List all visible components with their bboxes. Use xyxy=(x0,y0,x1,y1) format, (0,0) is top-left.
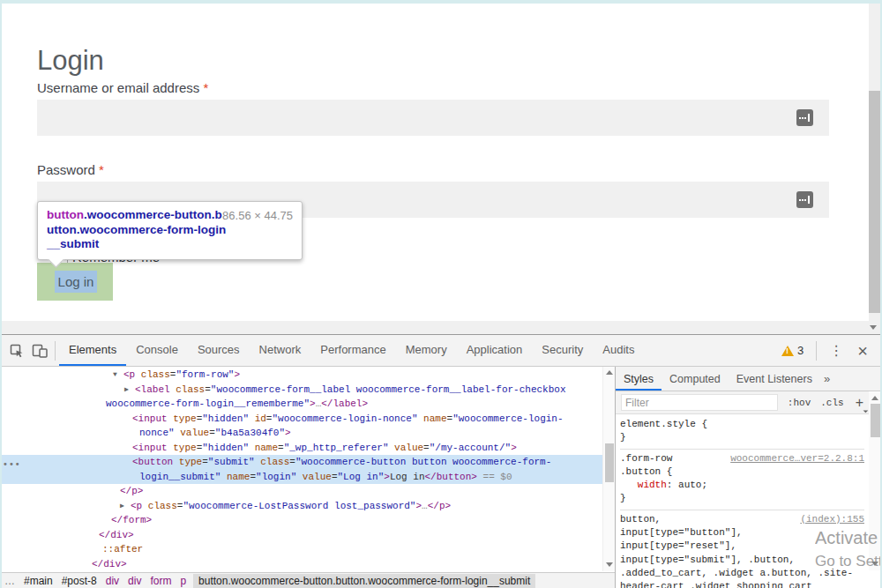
toolbar-divider xyxy=(55,341,56,361)
devtools-tab-audits[interactable]: Audits xyxy=(593,335,644,366)
dom-node-line[interactable]: </div> xyxy=(0,557,602,572)
devtools-tab-application[interactable]: Application xyxy=(457,335,533,366)
dom-node-line[interactable]: woocommerce-form-login__rememberme">…</l… xyxy=(0,397,602,412)
css-rule: element.style {} xyxy=(620,415,864,450)
css-rule-line[interactable]: .button { xyxy=(620,465,864,479)
breadcrumb-item[interactable]: div xyxy=(106,575,119,587)
breadcrumb-selected-node[interactable]: button.woocommerce-button.button.woocomm… xyxy=(193,574,535,588)
toggle-class-button[interactable]: .cls xyxy=(820,398,843,408)
page-title: Login xyxy=(37,45,104,77)
browser-window: Login Username or email address * Passwo… xyxy=(0,0,882,588)
css-rule-line[interactable]: element.style { xyxy=(620,418,864,431)
dom-node-line[interactable]: ::after xyxy=(0,542,602,557)
scroll-down-arrow-icon[interactable] xyxy=(870,325,877,330)
dom-node-line[interactable]: nonce" value="b4a5a304f0"> xyxy=(0,426,602,441)
breadcrumb-item[interactable]: #main xyxy=(24,575,53,587)
css-rule-line[interactable]: header-cart .widget_shopping_cart xyxy=(620,580,864,588)
css-rule-line[interactable]: input[type="reset"], xyxy=(620,540,864,553)
devtools-tab-elements[interactable]: Elements xyxy=(59,335,126,366)
required-asterisk: * xyxy=(99,162,104,177)
sidebar-tab-event-listeners[interactable]: Event Listeners xyxy=(729,368,820,391)
login-button[interactable]: Log in xyxy=(37,263,113,301)
username-label: Username or email address * xyxy=(37,80,208,95)
css-rule-line[interactable]: (index):155button, xyxy=(620,513,864,526)
selected-dom-node-line[interactable]: <button type="submit" class="woocommerce… xyxy=(0,455,602,470)
devtools-tab-performance[interactable]: Performance xyxy=(310,335,395,366)
css-rule-line[interactable]: width: auto; xyxy=(620,479,864,492)
css-rule: woocommerce…ver=2.2.8:1.form-row.button … xyxy=(620,450,864,510)
dom-node-line[interactable]: </p> xyxy=(0,484,602,499)
css-rule-line[interactable]: woocommerce…ver=2.2.8:1.form-row xyxy=(620,452,864,465)
css-rule-line[interactable]: } xyxy=(620,492,864,505)
inspect-element-icon[interactable] xyxy=(5,339,28,362)
scrollbar-thumb[interactable] xyxy=(605,443,614,482)
css-rule-line[interactable]: input[type="button"], xyxy=(620,526,864,540)
selected-dom-node-line[interactable]: login__submit" name="login" value="Log i… xyxy=(0,470,602,485)
styles-rules-list: element.style {}woocommerce…ver=2.2.8:1.… xyxy=(616,414,869,588)
scrollbar-thumb[interactable] xyxy=(869,91,880,313)
scroll-down-arrow-icon[interactable] xyxy=(606,562,613,567)
devtools-panel: ElementsConsoleSourcesNetworkPerformance… xyxy=(0,334,882,588)
devtools-tab-network[interactable]: Network xyxy=(250,335,311,366)
css-rule: (index):155button,input[type="button"],i… xyxy=(620,510,864,588)
tooltip-selector-line: __submit xyxy=(47,237,293,252)
console-warnings-button[interactable]: 3 xyxy=(781,344,804,357)
dom-node-line[interactable]: </form> xyxy=(0,513,602,528)
toggle-hover-state-button[interactable]: :hov xyxy=(788,398,811,408)
styles-filter-bar: :hov .cls + xyxy=(616,391,869,414)
scrollbar-thumb[interactable] xyxy=(871,404,880,437)
close-devtools-icon[interactable]: × xyxy=(852,342,873,360)
breadcrumb-item[interactable]: … xyxy=(4,575,15,587)
page-scrollbar-corner xyxy=(0,321,882,334)
devtools-tab-sources[interactable]: Sources xyxy=(188,335,250,366)
dom-node-line[interactable]: ▶<p class="woocommerce-LostPassword lost… xyxy=(0,499,602,514)
devtools-tab-console[interactable]: Console xyxy=(126,335,188,366)
ime-input-icon[interactable] xyxy=(796,109,813,126)
ime-input-icon[interactable] xyxy=(796,191,813,208)
css-rule-line[interactable]: input[type="submit"], .button, xyxy=(620,554,864,567)
kebab-menu-icon[interactable]: ⋮ xyxy=(820,342,852,359)
line-options-icon[interactable]: ••• xyxy=(3,459,21,469)
warning-icon xyxy=(781,346,794,356)
new-style-rule-button[interactable]: + xyxy=(856,397,863,409)
devtools-tabs: ElementsConsoleSourcesNetworkPerformance… xyxy=(59,335,644,366)
stylesheet-source-link[interactable]: (index):155 xyxy=(800,513,864,526)
dom-node-line[interactable]: <input type="hidden" name="_wp_http_refe… xyxy=(0,441,602,456)
more-tabs-icon[interactable]: » xyxy=(824,372,830,385)
dom-node-line[interactable]: </div> xyxy=(0,528,602,543)
devtools-tab-memory[interactable]: Memory xyxy=(396,335,457,366)
password-label: Password * xyxy=(37,162,104,177)
css-rule-line[interactable]: } xyxy=(620,431,864,444)
warning-count: 3 xyxy=(797,344,804,357)
window-edge xyxy=(0,0,882,4)
username-input[interactable] xyxy=(37,100,829,136)
dom-node-line[interactable]: ▶<label class="woocommerce-form__label w… xyxy=(0,383,602,398)
sidebar-tab-styles[interactable]: Styles xyxy=(616,368,662,391)
page-vertical-scrollbar[interactable] xyxy=(869,4,880,321)
window-edge xyxy=(0,0,2,588)
stylesheet-source-link[interactable]: woocommerce…ver=2.2.8:1 xyxy=(730,452,864,465)
webpage-region: Login Username or email address * Passwo… xyxy=(0,0,882,334)
breadcrumb-item[interactable]: form xyxy=(150,575,171,587)
breadcrumb-item[interactable]: div xyxy=(128,575,141,587)
scroll-up-arrow-icon[interactable] xyxy=(606,370,613,375)
login-button-content-highlight: Log in xyxy=(55,271,97,293)
dom-node-line[interactable]: <input type="hidden" id="woocommerce-log… xyxy=(0,412,602,427)
styles-filter-input[interactable] xyxy=(621,394,778,411)
devtools-tab-security[interactable]: Security xyxy=(532,335,593,366)
device-toolbar-icon[interactable] xyxy=(28,339,51,362)
scroll-down-arrow-icon[interactable] xyxy=(871,562,878,566)
breadcrumb-item[interactable]: #post-8 xyxy=(62,575,97,587)
toolbar-divider xyxy=(816,341,817,361)
scroll-up-arrow-icon[interactable] xyxy=(871,396,878,400)
inspect-tooltip: button.woocommerce-button.b utton.woocom… xyxy=(37,201,303,260)
sidebar-tab-computed[interactable]: Computed xyxy=(662,368,729,391)
css-rule-line[interactable]: .added_to_cart, .widget a.button, .site- xyxy=(620,567,864,580)
required-asterisk: * xyxy=(203,80,208,95)
styles-sidebar: StylesComputedEvent Listeners» :hov .cls… xyxy=(616,367,882,588)
dom-node-line[interactable]: ▼<p class="form-row"> xyxy=(0,368,602,383)
toolbar-right: 3 ⋮ × xyxy=(781,341,882,361)
breadcrumb-item[interactable]: p xyxy=(180,575,186,587)
devtools-toolbar: ElementsConsoleSourcesNetworkPerformance… xyxy=(0,335,882,367)
elements-scrollbar[interactable] xyxy=(602,367,615,571)
